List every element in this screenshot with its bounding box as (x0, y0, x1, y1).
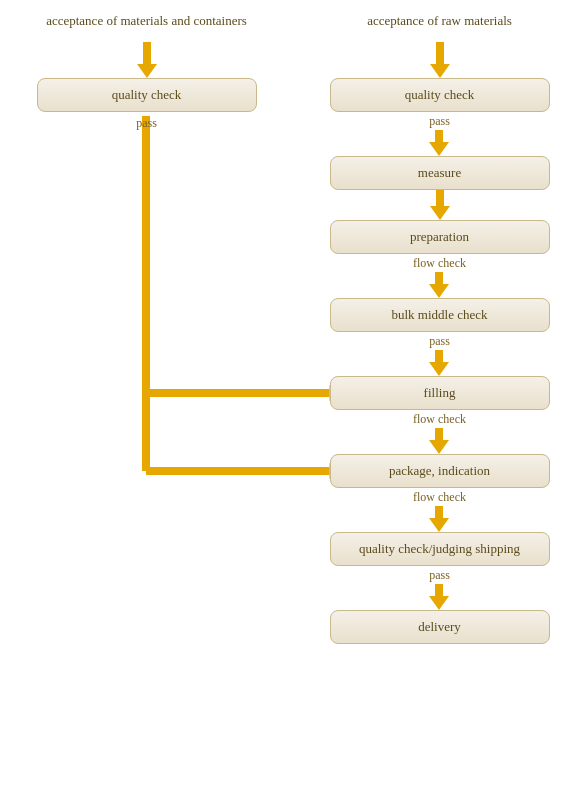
bulk-middle-box: bulk middle check (330, 298, 550, 332)
arrowhead (429, 518, 449, 532)
flow-check-1-label: flow check (413, 256, 466, 271)
shaft (436, 190, 444, 206)
right-quality-check-text: quality check (405, 87, 475, 102)
arrowhead (429, 440, 449, 454)
flow-check-2-area: flow check (413, 412, 466, 454)
shaft (435, 506, 443, 518)
right-pass-1-label: pass (429, 114, 450, 129)
right-column: acceptance of raw materials quality chec… (293, 0, 586, 792)
bulk-middle-text: bulk middle check (391, 307, 487, 322)
shaft (435, 428, 443, 440)
shaft (435, 350, 443, 362)
right-arrow-2 (430, 190, 450, 220)
flow-check-3-label: flow check (413, 490, 466, 505)
right-header-text: acceptance of raw materials (367, 13, 512, 29)
delivery-text: delivery (418, 619, 461, 634)
arrowhead (429, 284, 449, 298)
left-column: acceptance of materials and containers q… (0, 0, 293, 792)
flow-check-1-area: flow check (413, 256, 466, 298)
flow-check-2-label: flow check (413, 412, 466, 427)
arrowhead (429, 596, 449, 610)
measure-text: measure (418, 165, 461, 180)
arrowhead (429, 362, 449, 376)
right-quality-check-box: quality check (330, 78, 550, 112)
shaft (435, 272, 443, 284)
preparation-box: preparation (330, 220, 550, 254)
delivery-box: delivery (330, 610, 550, 644)
measure-box: measure (330, 156, 550, 190)
preparation-text: preparation (410, 229, 469, 244)
right-arrow-1 (430, 42, 450, 78)
right-pass-2-label: pass (429, 334, 450, 349)
flow-check-3-area: flow check (413, 490, 466, 532)
left-quality-check-box: quality check (37, 78, 257, 112)
filling-box: filling (330, 376, 550, 410)
left-quality-check-text: quality check (112, 87, 182, 102)
spacer (142, 132, 150, 452)
left-header-text: acceptance of materials and containers (46, 13, 247, 29)
quality-judge-box: quality check/judging shipping (330, 532, 550, 566)
right-pass-2-area: pass (429, 334, 450, 376)
shaft (143, 42, 151, 64)
package-text: package, indication (389, 463, 490, 478)
quality-judge-text: quality check/judging shipping (359, 541, 520, 556)
shaft (435, 584, 443, 596)
diagram: acceptance of materials and containers q… (0, 0, 586, 792)
arrowhead (430, 206, 450, 220)
arrowhead (429, 142, 449, 156)
right-pass-3-area: pass (429, 568, 450, 610)
left-header: acceptance of materials and containers (37, 0, 257, 42)
right-pass-3-label: pass (429, 568, 450, 583)
right-header: acceptance of raw materials (330, 0, 550, 42)
arrowhead (430, 64, 450, 78)
shaft (436, 42, 444, 64)
arrowhead (137, 64, 157, 78)
left-pass-area: pass (136, 116, 157, 452)
shaft (435, 130, 443, 142)
right-pass-1-area: pass (429, 114, 450, 156)
package-box: package, indication (330, 454, 550, 488)
left-pass-label: pass (136, 116, 157, 131)
left-arrow-1 (137, 42, 157, 78)
filling-text: filling (424, 385, 456, 400)
